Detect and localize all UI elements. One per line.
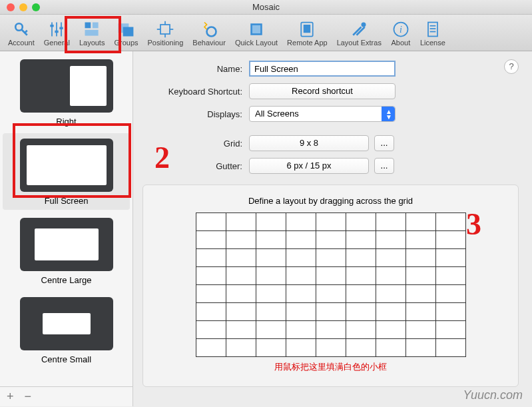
grid-cell[interactable] — [435, 303, 465, 321]
grid-cell[interactable] — [286, 303, 316, 321]
grid-cell[interactable] — [286, 249, 316, 267]
grid-cell[interactable] — [256, 267, 286, 285]
grid-more-button[interactable]: ... — [374, 135, 394, 151]
grid-cell[interactable] — [286, 321, 316, 339]
grid-cell[interactable] — [316, 285, 346, 303]
grid-cell[interactable] — [405, 231, 435, 249]
grid-cell[interactable] — [316, 213, 346, 231]
toolbar-general[interactable]: General — [41, 19, 73, 48]
grid-cell[interactable] — [346, 285, 376, 303]
layout-grid[interactable] — [196, 212, 466, 357]
grid-cell[interactable] — [316, 231, 346, 249]
grid-cell[interactable] — [346, 303, 376, 321]
grid-cell[interactable] — [226, 285, 256, 303]
toolbar-remote-app[interactable]: Remote App — [284, 19, 330, 48]
grid-cell[interactable] — [256, 339, 286, 357]
grid-cell[interactable] — [226, 267, 256, 285]
grid-cell[interactable] — [226, 339, 256, 357]
layout-item-full-screen[interactable]: Full Screen — [3, 133, 130, 210]
grid-cell[interactable] — [226, 249, 256, 267]
toolbar-positioning[interactable]: Positioning — [145, 19, 186, 48]
grid-cell[interactable] — [196, 213, 226, 231]
grid-cell[interactable] — [346, 321, 376, 339]
grid-cell[interactable] — [196, 303, 226, 321]
grid-value-button[interactable]: 9 x 8 — [249, 135, 369, 151]
grid-cell[interactable] — [256, 213, 286, 231]
toolbar-groups[interactable]: Groups — [111, 19, 140, 48]
layout-item-centre-small[interactable]: Centre Small — [3, 292, 130, 368]
grid-cell[interactable] — [376, 285, 405, 303]
toolbar-about[interactable]: i About — [388, 19, 413, 48]
toolbar-quick-layout[interactable]: Quick Layout — [232, 19, 280, 48]
grid-cell[interactable] — [286, 339, 316, 357]
grid-cell[interactable] — [435, 249, 465, 267]
grid-cell[interactable] — [316, 249, 346, 267]
grid-cell[interactable] — [435, 285, 465, 303]
grid-cell[interactable] — [256, 303, 286, 321]
grid-cell[interactable] — [226, 231, 256, 249]
grid-cell[interactable] — [196, 321, 226, 339]
grid-cell[interactable] — [316, 267, 346, 285]
grid-cell[interactable] — [346, 231, 376, 249]
add-layout-button[interactable]: + — [7, 390, 14, 404]
remove-layout-button[interactable]: − — [25, 390, 32, 404]
grid-cell[interactable] — [405, 321, 435, 339]
grid-cell[interactable] — [435, 213, 465, 231]
grid-cell[interactable] — [256, 231, 286, 249]
grid-cell[interactable] — [256, 321, 286, 339]
name-input[interactable] — [249, 61, 396, 77]
grid-cell[interactable] — [286, 231, 316, 249]
toolbar-layouts[interactable]: Layouts — [77, 19, 108, 48]
toolbar-account[interactable]: Account — [5, 19, 37, 48]
grid-cell[interactable] — [196, 249, 226, 267]
grid-cell[interactable] — [405, 303, 435, 321]
grid-cell[interactable] — [226, 321, 256, 339]
grid-cell[interactable] — [376, 321, 405, 339]
grid-cell[interactable] — [376, 249, 405, 267]
grid-cell[interactable] — [286, 285, 316, 303]
grid-cell[interactable] — [346, 267, 376, 285]
grid-cell[interactable] — [405, 267, 435, 285]
grid-cell[interactable] — [316, 339, 346, 357]
grid-cell[interactable] — [256, 249, 286, 267]
toolbar-layout-extras[interactable]: Layout Extras — [334, 19, 384, 48]
grid-cell[interactable] — [196, 285, 226, 303]
grid-cell[interactable] — [196, 267, 226, 285]
help-button[interactable]: ? — [504, 59, 519, 74]
gutter-more-button[interactable]: ... — [374, 158, 394, 174]
grid-cell[interactable] — [256, 285, 286, 303]
toolbar-behaviour[interactable]: Behaviour — [190, 19, 228, 48]
grid-cell[interactable] — [286, 267, 316, 285]
grid-cell[interactable] — [405, 249, 435, 267]
grid-cell[interactable] — [376, 303, 405, 321]
grid-cell[interactable] — [376, 267, 405, 285]
grid-cell[interactable] — [376, 339, 405, 357]
grid-cell[interactable] — [226, 303, 256, 321]
grid-cell[interactable] — [435, 267, 465, 285]
record-shortcut-button[interactable]: Record shortcut — [249, 83, 396, 99]
layout-item-centre-large[interactable]: Centre Large — [3, 212, 130, 289]
grid-cell[interactable] — [226, 213, 256, 231]
grid-cell[interactable] — [435, 321, 465, 339]
grid-cell[interactable] — [435, 339, 465, 357]
grid-cell[interactable] — [405, 285, 435, 303]
grid-cell[interactable] — [196, 339, 226, 357]
grid-cell[interactable] — [405, 339, 435, 357]
grid-cell[interactable] — [346, 213, 376, 231]
grid-cell[interactable] — [376, 213, 405, 231]
grid-cell[interactable] — [316, 321, 346, 339]
grid-cell[interactable] — [286, 213, 316, 231]
grid-cell[interactable] — [346, 339, 376, 357]
layout-list[interactable]: Right Full Screen Centre Large Centre Sm… — [0, 51, 133, 386]
grid-cell[interactable] — [316, 303, 346, 321]
gutter-value-button[interactable]: 6 px / 15 px — [249, 158, 369, 174]
grid-cell[interactable] — [376, 231, 405, 249]
license-icon — [423, 20, 443, 39]
grid-cell[interactable] — [346, 249, 376, 267]
toolbar-license[interactable]: License — [417, 19, 448, 48]
displays-select[interactable]: All Screens ▲▼ — [249, 106, 396, 122]
layout-item-right[interactable]: Right — [3, 54, 130, 131]
grid-cell[interactable] — [405, 213, 435, 231]
grid-cell[interactable] — [196, 231, 226, 249]
grid-cell[interactable] — [435, 231, 465, 249]
